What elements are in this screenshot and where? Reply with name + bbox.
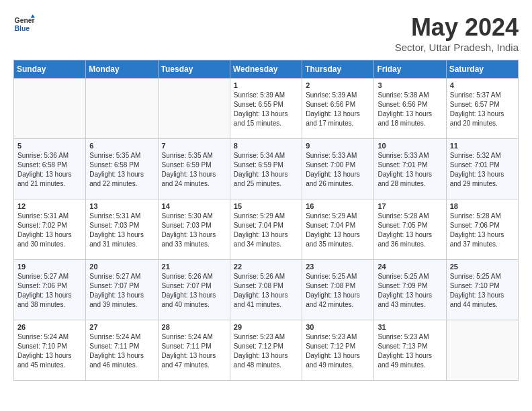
day-info: Sunrise: 5:28 AMSunset: 7:05 PMDaylight:…: [378, 212, 442, 249]
calendar-week-5: 26Sunrise: 5:24 AMSunset: 7:10 PMDayligh…: [14, 320, 519, 381]
day-info: Sunrise: 5:35 AMSunset: 6:59 PMDaylight:…: [162, 151, 226, 189]
day-info: Sunrise: 5:29 AMSunset: 7:04 PMDaylight:…: [306, 212, 370, 249]
logo-icon: General Blue: [13, 13, 35, 35]
day-info: Sunrise: 5:24 AMSunset: 7:10 PMDaylight:…: [17, 332, 82, 370]
calendar-cell: 12Sunrise: 5:31 AMSunset: 7:02 PMDayligh…: [14, 199, 86, 260]
calendar-cell: 17Sunrise: 5:28 AMSunset: 7:05 PMDayligh…: [374, 199, 446, 260]
calendar-header-sunday: Sunday: [14, 60, 86, 79]
calendar-week-3: 12Sunrise: 5:31 AMSunset: 7:02 PMDayligh…: [14, 199, 519, 260]
day-info: Sunrise: 5:25 AMSunset: 7:08 PMDaylight:…: [306, 272, 370, 310]
calendar-cell: 8Sunrise: 5:34 AMSunset: 6:59 PMDaylight…: [230, 139, 302, 199]
calendar-cell: [86, 79, 158, 139]
day-info: Sunrise: 5:36 AMSunset: 6:58 PMDaylight:…: [17, 151, 82, 189]
day-number: 17: [378, 202, 442, 210]
day-info: Sunrise: 5:33 AMSunset: 7:01 PMDaylight:…: [378, 151, 442, 189]
calendar-cell: 24Sunrise: 5:25 AMSunset: 7:09 PMDayligh…: [374, 260, 446, 320]
calendar-cell: 14Sunrise: 5:30 AMSunset: 7:03 PMDayligh…: [158, 199, 230, 260]
day-info: Sunrise: 5:24 AMSunset: 7:11 PMDaylight:…: [89, 332, 154, 370]
day-info: Sunrise: 5:28 AMSunset: 7:06 PMDaylight:…: [450, 212, 515, 249]
day-number: 19: [17, 263, 82, 271]
calendar-cell: 10Sunrise: 5:33 AMSunset: 7:01 PMDayligh…: [374, 139, 446, 199]
calendar-cell: 18Sunrise: 5:28 AMSunset: 7:06 PMDayligh…: [446, 199, 518, 260]
day-info: Sunrise: 5:26 AMSunset: 7:08 PMDaylight:…: [234, 272, 298, 310]
day-number: 4: [450, 81, 515, 89]
calendar-cell: 29Sunrise: 5:23 AMSunset: 7:12 PMDayligh…: [230, 320, 302, 381]
calendar-cell: 3Sunrise: 5:38 AMSunset: 6:56 PMDaylight…: [374, 79, 446, 139]
day-info: Sunrise: 5:37 AMSunset: 6:57 PMDaylight:…: [450, 91, 515, 128]
day-info: Sunrise: 5:31 AMSunset: 7:03 PMDaylight:…: [89, 212, 154, 249]
calendar-cell: 9Sunrise: 5:33 AMSunset: 7:00 PMDaylight…: [302, 139, 374, 199]
day-number: 21: [162, 263, 226, 271]
day-number: 6: [89, 142, 154, 150]
day-number: 11: [450, 142, 515, 150]
calendar-header-wednesday: Wednesday: [230, 60, 302, 79]
day-number: 13: [89, 202, 154, 210]
calendar-week-4: 19Sunrise: 5:27 AMSunset: 7:06 PMDayligh…: [14, 260, 519, 320]
day-number: 28: [162, 323, 226, 331]
calendar-header-tuesday: Tuesday: [158, 60, 230, 79]
calendar-cell: 2Sunrise: 5:39 AMSunset: 6:56 PMDaylight…: [302, 79, 374, 139]
day-info: Sunrise: 5:33 AMSunset: 7:00 PMDaylight:…: [306, 151, 370, 189]
calendar-cell: 6Sunrise: 5:35 AMSunset: 6:58 PMDaylight…: [86, 139, 158, 199]
calendar-cell: 19Sunrise: 5:27 AMSunset: 7:06 PMDayligh…: [14, 260, 86, 320]
calendar-week-1: 1Sunrise: 5:39 AMSunset: 6:55 PMDaylight…: [14, 79, 519, 139]
calendar-cell: 16Sunrise: 5:29 AMSunset: 7:04 PMDayligh…: [302, 199, 374, 260]
day-number: 22: [234, 263, 298, 271]
day-number: 18: [450, 202, 515, 210]
day-info: Sunrise: 5:29 AMSunset: 7:04 PMDaylight:…: [234, 212, 298, 249]
page-header: General Blue May 2024 Sector, Uttar Prad…: [13, 13, 519, 53]
calendar-header-saturday: Saturday: [446, 60, 518, 79]
calendar-cell: 21Sunrise: 5:26 AMSunset: 7:07 PMDayligh…: [158, 260, 230, 320]
location: Sector, Uttar Pradesh, India: [395, 42, 519, 53]
day-info: Sunrise: 5:23 AMSunset: 7:12 PMDaylight:…: [306, 332, 370, 370]
day-number: 31: [378, 323, 442, 331]
calendar-header-monday: Monday: [86, 60, 158, 79]
svg-marker-2: [31, 15, 35, 18]
calendar-cell: 26Sunrise: 5:24 AMSunset: 7:10 PMDayligh…: [14, 320, 86, 381]
calendar-cell: 22Sunrise: 5:26 AMSunset: 7:08 PMDayligh…: [230, 260, 302, 320]
calendar-cell: 13Sunrise: 5:31 AMSunset: 7:03 PMDayligh…: [86, 199, 158, 260]
calendar-week-2: 5Sunrise: 5:36 AMSunset: 6:58 PMDaylight…: [14, 139, 519, 199]
calendar-cell: 27Sunrise: 5:24 AMSunset: 7:11 PMDayligh…: [86, 320, 158, 381]
calendar-header-row: SundayMondayTuesdayWednesdayThursdayFrid…: [14, 60, 519, 79]
day-number: 16: [306, 202, 370, 210]
calendar-cell: [158, 79, 230, 139]
day-number: 25: [450, 263, 515, 271]
day-info: Sunrise: 5:39 AMSunset: 6:55 PMDaylight:…: [234, 91, 298, 128]
calendar-cell: 20Sunrise: 5:27 AMSunset: 7:07 PMDayligh…: [86, 260, 158, 320]
day-info: Sunrise: 5:34 AMSunset: 6:59 PMDaylight:…: [234, 151, 298, 189]
day-info: Sunrise: 5:38 AMSunset: 6:56 PMDaylight:…: [378, 91, 442, 128]
calendar-cell: 5Sunrise: 5:36 AMSunset: 6:58 PMDaylight…: [14, 139, 86, 199]
day-info: Sunrise: 5:35 AMSunset: 6:58 PMDaylight:…: [89, 151, 154, 189]
day-info: Sunrise: 5:32 AMSunset: 7:01 PMDaylight:…: [450, 151, 515, 189]
day-number: 5: [17, 142, 82, 150]
calendar-cell: 28Sunrise: 5:24 AMSunset: 7:11 PMDayligh…: [158, 320, 230, 381]
day-info: Sunrise: 5:23 AMSunset: 7:12 PMDaylight:…: [234, 332, 298, 370]
calendar-header-thursday: Thursday: [302, 60, 374, 79]
calendar-cell: 31Sunrise: 5:23 AMSunset: 7:13 PMDayligh…: [374, 320, 446, 381]
day-number: 15: [234, 202, 298, 210]
calendar-cell: 1Sunrise: 5:39 AMSunset: 6:55 PMDaylight…: [230, 79, 302, 139]
calendar-table: SundayMondayTuesdayWednesdayThursdayFrid…: [13, 60, 519, 381]
calendar-cell: 4Sunrise: 5:37 AMSunset: 6:57 PMDaylight…: [446, 79, 518, 139]
day-info: Sunrise: 5:27 AMSunset: 7:07 PMDaylight:…: [89, 272, 154, 310]
day-number: 7: [162, 142, 226, 150]
svg-text:General: General: [15, 17, 35, 24]
calendar-cell: 7Sunrise: 5:35 AMSunset: 6:59 PMDaylight…: [158, 139, 230, 199]
day-info: Sunrise: 5:25 AMSunset: 7:09 PMDaylight:…: [378, 272, 442, 310]
day-number: 14: [162, 202, 226, 210]
day-number: 2: [306, 81, 370, 89]
day-info: Sunrise: 5:26 AMSunset: 7:07 PMDaylight:…: [162, 272, 226, 310]
calendar-cell: [446, 320, 518, 381]
day-number: 12: [17, 202, 82, 210]
day-info: Sunrise: 5:25 AMSunset: 7:10 PMDaylight:…: [450, 272, 515, 310]
calendar-cell: 30Sunrise: 5:23 AMSunset: 7:12 PMDayligh…: [302, 320, 374, 381]
day-info: Sunrise: 5:39 AMSunset: 6:56 PMDaylight:…: [306, 91, 370, 128]
day-number: 9: [306, 142, 370, 150]
month-title: May 2024: [395, 13, 519, 42]
day-number: 26: [17, 323, 82, 331]
day-number: 8: [234, 142, 298, 150]
day-info: Sunrise: 5:31 AMSunset: 7:02 PMDaylight:…: [17, 212, 82, 249]
logo: General Blue: [13, 13, 38, 35]
calendar-cell: 11Sunrise: 5:32 AMSunset: 7:01 PMDayligh…: [446, 139, 518, 199]
